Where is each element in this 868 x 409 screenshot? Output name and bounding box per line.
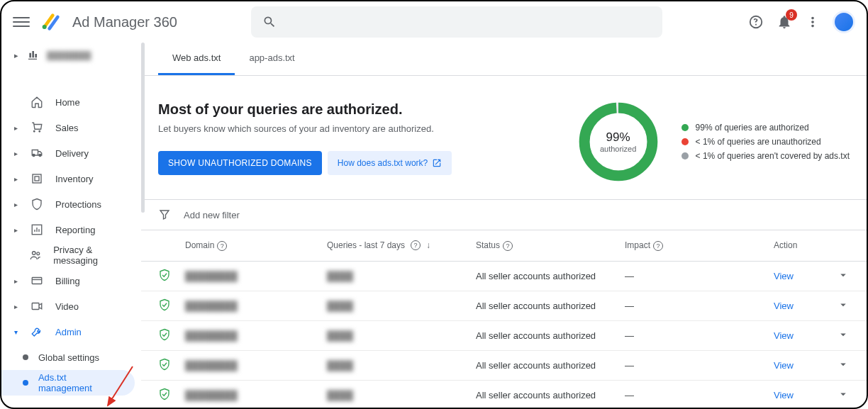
sidebar-subitem-global-settings[interactable]: Global settings [1, 344, 140, 370]
sidebar-item-label: Billing [55, 276, 80, 286]
help-icon[interactable]: ? [217, 241, 227, 251]
search-input[interactable] [251, 6, 662, 38]
sidebar-item-label: Home [55, 97, 80, 108]
notification-badge: 9 [786, 9, 797, 21]
sidebar-item-billing[interactable]: ▸Billing [1, 268, 140, 293]
shield-check-icon [158, 269, 171, 281]
donut-chart: 99% authorized [578, 101, 659, 182]
table-row: ████████ ████ All seller accounts author… [141, 262, 867, 291]
view-link[interactable]: View [774, 330, 794, 341]
impact-cell: — [625, 301, 774, 311]
impact-cell: — [625, 330, 774, 341]
sidebar-item-inventory[interactable]: ▸Inventory [1, 166, 140, 191]
svg-point-0 [43, 25, 47, 29]
view-link[interactable]: View [774, 360, 794, 371]
domain-cell: ████████ [185, 330, 238, 341]
sidebar-item-label: Video [55, 301, 79, 312]
sort-arrow-icon[interactable]: ↓ [426, 240, 430, 250]
legend-dot-authorized [681, 124, 689, 131]
filter-icon [158, 208, 171, 221]
col-status[interactable]: Status [476, 240, 500, 250]
more-icon[interactable] [804, 13, 821, 30]
chevron-down-icon[interactable] [837, 269, 850, 281]
chart-icon [30, 223, 43, 236]
page-subtitle: Let buyers know which sources of your ad… [158, 123, 550, 134]
view-link[interactable]: View [774, 301, 794, 311]
impact-cell: — [625, 271, 774, 281]
chart-legend: 99% of queries are authorized < 1% of qu… [681, 118, 850, 165]
sidebar-item-video[interactable]: ▸Video [1, 293, 140, 319]
sidebar: ▸ ████████ Home ▸Sales ▸Delivery ▸Invent… [1, 43, 141, 408]
sidebar-item-home[interactable]: Home [1, 89, 140, 115]
filter-bar[interactable]: Add new filter [141, 199, 867, 230]
page-title: Most of your queries are authorized. [158, 101, 550, 118]
box-icon [30, 172, 43, 185]
help-icon[interactable]: ? [411, 240, 421, 250]
sidebar-item-sales[interactable]: ▸Sales [1, 115, 140, 140]
legend-dot-unauthorized [681, 138, 689, 145]
tabs: Web ads.txt app-ads.txt [141, 43, 867, 76]
wrench-icon [30, 325, 43, 338]
sidebar-subitem-ads-txt[interactable]: Ads.txt management [1, 370, 135, 396]
scrollbar[interactable] [141, 43, 145, 213]
shield-check-icon [158, 358, 171, 371]
col-domain[interactable]: Domain [185, 240, 214, 250]
help-icon[interactable]: ? [653, 241, 663, 251]
notifications-icon[interactable]: 9 [776, 13, 793, 30]
domain-cell: ████████ [185, 271, 238, 281]
table-row: ████████ ████ All seller accounts author… [141, 381, 867, 408]
help-icon[interactable] [747, 13, 764, 30]
tab-web-ads-txt[interactable]: Web ads.txt [158, 43, 235, 75]
help-icon[interactable]: ? [503, 241, 513, 251]
how-it-works-link[interactable]: How does ads.txt work? [328, 151, 452, 175]
chevron-down-icon[interactable] [837, 388, 850, 400]
sidebar-item-label: Privacy & messaging [53, 245, 128, 266]
table-row: ████████ ████ All seller accounts author… [141, 291, 867, 321]
donut-label: authorized [600, 145, 636, 153]
sidebar-item-reporting[interactable]: ▸Reporting [1, 217, 140, 242]
queries-cell: ████ [327, 330, 353, 341]
sidebar-item-label: Admin [55, 327, 82, 337]
sidebar-item-protections[interactable]: ▸Protections [1, 191, 140, 217]
chevron-down-icon[interactable] [837, 298, 850, 311]
col-queries[interactable]: Queries - last 7 days [327, 240, 405, 250]
col-impact[interactable]: Impact [625, 240, 650, 250]
sidebar-item-label: Inventory [55, 174, 93, 184]
svg-rect-6 [32, 278, 42, 284]
sidebar-item-label: Global settings [38, 352, 99, 363]
view-link[interactable]: View [774, 390, 794, 400]
sidebar-item-label: Reporting [55, 225, 95, 235]
company-icon [27, 50, 38, 61]
people-icon [29, 249, 42, 262]
shield-check-icon [158, 298, 171, 311]
tab-app-ads-txt[interactable]: app-ads.txt [235, 43, 308, 75]
account-selector[interactable]: ▸ ████████ [1, 43, 140, 68]
open-in-new-icon [432, 158, 442, 168]
view-link[interactable]: View [774, 271, 794, 281]
status-cell: All seller accounts authorized [476, 271, 625, 281]
hamburger-menu-icon[interactable] [13, 13, 30, 30]
filter-placeholder: Add new filter [184, 210, 240, 220]
domains-table: Domain? Queries - last 7 days?↓ Status? … [141, 230, 867, 408]
sidebar-item-privacy[interactable]: Privacy & messaging [1, 242, 140, 268]
col-action: Action [774, 240, 797, 250]
shield-icon [30, 198, 43, 211]
status-cell: All seller accounts authorized [476, 360, 625, 371]
sidebar-item-label: Protections [55, 199, 101, 210]
sidebar-item-delivery[interactable]: ▸Delivery [1, 140, 140, 166]
svg-point-5 [37, 252, 40, 255]
chevron-down-icon[interactable] [837, 328, 850, 341]
cart-icon [30, 121, 43, 134]
domain-cell: ████████ [185, 301, 238, 311]
user-avatar[interactable] [833, 11, 855, 33]
svg-rect-1 [33, 174, 41, 183]
search-icon [262, 15, 277, 29]
queries-cell: ████ [327, 301, 353, 311]
sidebar-item-admin[interactable]: ▾Admin [1, 319, 140, 344]
domain-cell: ████████ [185, 390, 238, 400]
home-icon [30, 96, 43, 108]
impact-cell: — [625, 390, 774, 400]
table-row: ████████ ████ All seller accounts author… [141, 351, 867, 381]
show-unauthorized-button[interactable]: SHOW UNAUTHORIZED DOMAINS [158, 151, 322, 175]
chevron-down-icon[interactable] [837, 358, 850, 371]
